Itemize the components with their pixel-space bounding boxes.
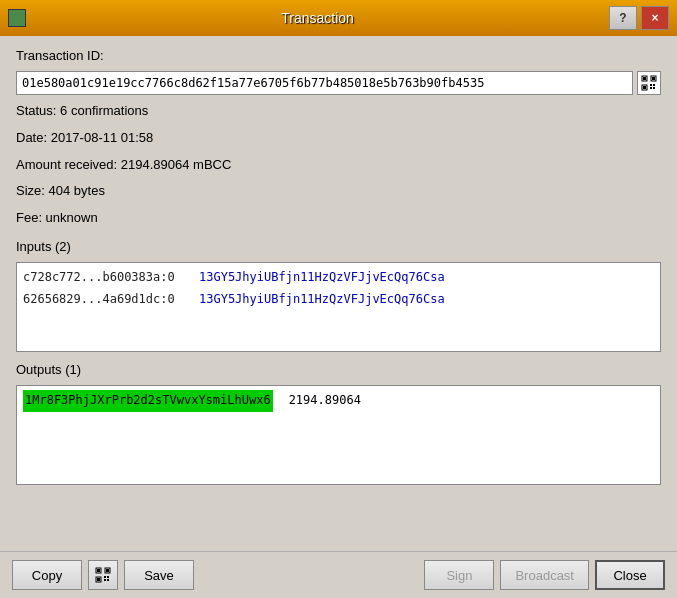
status-line: Status: 6 confirmations — [16, 101, 661, 122]
svg-rect-11 — [97, 569, 100, 572]
outputs-box: 1Mr8F3PhjJXrPrb2d2sTVwvxYsmiLhUwx6 2194.… — [16, 385, 661, 485]
dialog-content: Transaction ID: Status: 6 confirmations … — [0, 36, 677, 551]
help-button[interactable]: ? — [609, 6, 637, 30]
txid-label: Transaction ID: — [16, 48, 661, 63]
table-row: c728c772...b600383a:0 13GY5JhyiUBfjn11Hz… — [23, 267, 654, 289]
table-row: 1Mr8F3PhjJXrPrb2d2sTVwvxYsmiLhUwx6 2194.… — [23, 390, 654, 412]
copy-button[interactable]: Copy — [12, 560, 82, 590]
table-row: 62656829...4a69d1dc:0 13GY5JhyiUBfjn11Hz… — [23, 289, 654, 311]
txid-qr-button[interactable] — [637, 71, 661, 95]
svg-rect-13 — [106, 569, 109, 572]
button-bar: Copy Save Sign Broadcast Close — [0, 551, 677, 598]
input-txref-0: c728c772...b600383a:0 — [23, 267, 183, 289]
txid-input[interactable] — [16, 71, 633, 95]
sign-button[interactable]: Sign — [424, 560, 494, 590]
output-address-0: 1Mr8F3PhjJXrPrb2d2sTVwvxYsmiLhUwx6 — [23, 390, 273, 412]
inputs-box: c728c772...b600383a:0 13GY5JhyiUBfjn11Hz… — [16, 262, 661, 352]
broadcast-button[interactable]: Broadcast — [500, 560, 589, 590]
size-line: Size: 404 bytes — [16, 181, 661, 202]
svg-rect-8 — [650, 87, 652, 89]
svg-rect-1 — [643, 77, 646, 80]
fee-line: Fee: unknown — [16, 208, 661, 229]
save-button[interactable]: Save — [124, 560, 194, 590]
title-bar-buttons: ? × — [609, 6, 669, 30]
svg-rect-17 — [107, 576, 109, 578]
svg-rect-18 — [104, 579, 106, 581]
input-txref-1: 62656829...4a69d1dc:0 — [23, 289, 183, 311]
input-address-1: 13GY5JhyiUBfjn11HzQzVFJjvEcQq76Csa — [199, 289, 445, 311]
svg-rect-7 — [653, 84, 655, 86]
amount-line: Amount received: 2194.89064 mBCC — [16, 155, 661, 176]
qr-code-icon — [641, 75, 657, 91]
close-button[interactable]: Close — [595, 560, 665, 590]
title-bar-left — [8, 9, 26, 27]
outputs-label: Outputs (1) — [16, 362, 661, 377]
window-close-button[interactable]: × — [641, 6, 669, 30]
title-bar: Transaction ? × — [0, 0, 677, 36]
txid-row — [16, 71, 661, 95]
svg-rect-5 — [643, 86, 646, 89]
svg-rect-15 — [97, 578, 100, 581]
output-amount-0: 2194.89064 — [289, 390, 361, 412]
qr-button[interactable] — [88, 560, 118, 590]
window-icon — [8, 9, 26, 27]
svg-rect-9 — [653, 87, 655, 89]
svg-rect-3 — [652, 77, 655, 80]
qr-icon — [95, 567, 111, 583]
svg-rect-16 — [104, 576, 106, 578]
svg-rect-19 — [107, 579, 109, 581]
input-address-0: 13GY5JhyiUBfjn11HzQzVFJjvEcQq76Csa — [199, 267, 445, 289]
svg-rect-6 — [650, 84, 652, 86]
dialog-title: Transaction — [26, 10, 609, 26]
inputs-label: Inputs (2) — [16, 239, 661, 254]
date-line: Date: 2017-08-11 01:58 — [16, 128, 661, 149]
